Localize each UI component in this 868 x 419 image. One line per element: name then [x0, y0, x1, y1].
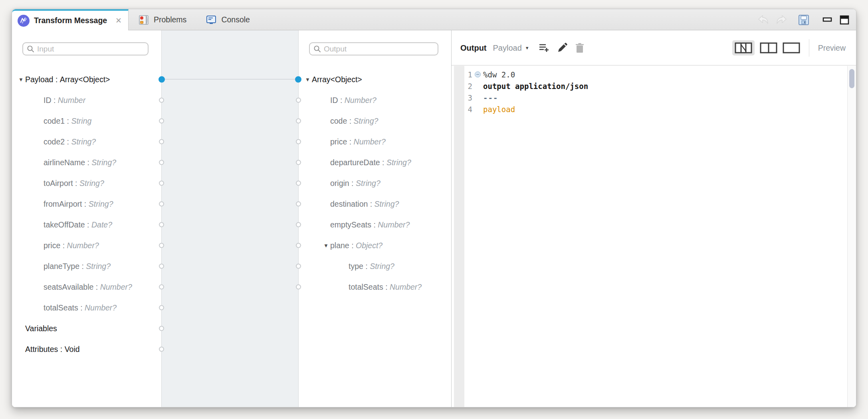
field-name: code1	[44, 117, 65, 126]
tree-row-departureDate[interactable]: departureDate : String?	[299, 152, 451, 173]
type-separator: :	[85, 158, 91, 167]
view-toolbar	[757, 9, 850, 30]
tree-row-toAirport[interactable]: toAirport : String?	[12, 173, 161, 194]
field-name: origin	[330, 179, 349, 188]
field-type: Number?	[378, 220, 410, 229]
mapping-port[interactable]	[159, 222, 164, 227]
type-separator: :	[79, 262, 86, 271]
code-line[interactable]: 1%dw 2.0	[452, 69, 846, 80]
tree-row-price[interactable]: price : Number?	[299, 131, 451, 152]
code-text: output application/json	[483, 82, 588, 91]
tree-row-Array<Object>[interactable]: ▼Array<Object>	[299, 69, 451, 90]
tab-transform-message[interactable]: Transform Message ✕	[12, 9, 129, 30]
mapping-port[interactable]	[295, 76, 301, 83]
mapping-port[interactable]	[159, 305, 164, 310]
tree-row-seatsAvailable[interactable]: seatsAvailable : Number?	[12, 277, 161, 297]
type-separator: :	[363, 262, 370, 271]
mapping-port[interactable]	[296, 139, 301, 144]
type-separator: :	[60, 241, 67, 250]
close-icon[interactable]: ✕	[115, 16, 123, 25]
code-line[interactable]: 4payload	[452, 103, 846, 115]
input-search-input[interactable]	[37, 45, 144, 53]
tab-problems[interactable]: Problems	[129, 9, 196, 30]
mapping-port[interactable]	[296, 264, 301, 269]
tree-row-takeOffDate[interactable]: takeOffDate : Date?	[12, 214, 161, 235]
mapping-port[interactable]	[296, 243, 301, 248]
tree-row-plane[interactable]: ▼plane : Object?	[299, 235, 451, 256]
dataweave-script-editor[interactable]: 1%dw 2.02output application/json3---4pay…	[452, 66, 856, 407]
undo-icon[interactable]	[757, 14, 769, 25]
mapping-port[interactable]	[159, 264, 164, 269]
tree-row-planeType[interactable]: planeType : String?	[12, 256, 161, 277]
collapse-triangle-icon[interactable]: ▼	[305, 77, 312, 83]
mapping-port[interactable]	[159, 181, 164, 186]
minimize-icon[interactable]	[822, 15, 832, 25]
tree-row-Payload[interactable]: ▼Payload : Array<Object>	[12, 69, 161, 90]
mapping-port[interactable]	[159, 326, 164, 331]
collapse-triangle-icon[interactable]: ▼	[323, 243, 330, 249]
collapse-triangle-icon[interactable]: ▼	[18, 77, 25, 83]
mapping-canvas[interactable]	[162, 30, 299, 407]
field-type: Array<Object>	[60, 75, 110, 84]
output-search-input[interactable]	[324, 45, 434, 53]
mapping-port[interactable]	[159, 243, 164, 248]
mapping-port[interactable]	[296, 181, 301, 186]
tree-row-origin[interactable]: origin : String?	[299, 173, 451, 194]
tree-row-ID[interactable]: ID : Number	[12, 90, 161, 111]
mapping-port[interactable]	[296, 202, 301, 207]
mapping-port[interactable]	[159, 347, 164, 352]
code-text: %dw 2.0	[483, 70, 515, 79]
edit-script-icon[interactable]	[557, 43, 567, 53]
tree-row-fromAirport[interactable]: fromAirport : String?	[12, 194, 161, 214]
tree-row-totalSeats[interactable]: totalSeats : Number?	[12, 297, 161, 318]
preview-toggle[interactable]: Preview	[818, 43, 846, 53]
mapping-port[interactable]	[159, 202, 164, 207]
tab-console[interactable]: Console	[196, 9, 260, 30]
type-separator: :	[53, 75, 59, 84]
mapping-port[interactable]	[159, 98, 164, 103]
redo-icon[interactable]	[776, 14, 788, 25]
tree-row-emptySeats[interactable]: emptySeats : Number?	[299, 214, 451, 235]
tree-row-code[interactable]: code : String?	[299, 111, 451, 131]
tree-row-price[interactable]: price : Number?	[12, 235, 161, 256]
scrollbar-thumb[interactable]	[849, 69, 854, 88]
mapping-port[interactable]	[296, 285, 301, 290]
maximize-icon[interactable]	[839, 15, 850, 25]
split-view-button[interactable]	[760, 42, 777, 53]
mapping-port[interactable]	[159, 160, 164, 165]
mapping-port[interactable]	[159, 285, 164, 290]
tree-row-destination[interactable]: destination : String?	[299, 194, 451, 214]
tree-row-airlineName[interactable]: airlineName : String?	[12, 152, 161, 173]
mapping-port[interactable]	[159, 119, 164, 124]
tree-row-code2[interactable]: code2 : String?	[12, 131, 161, 152]
tree-row-code1[interactable]: code1 : String	[12, 111, 161, 131]
type-separator: :	[65, 117, 71, 126]
mapping-port[interactable]	[296, 160, 301, 165]
mapping-port[interactable]	[296, 119, 301, 124]
mapping-port[interactable]	[296, 98, 301, 103]
save-icon[interactable]	[798, 14, 810, 26]
tree-row-Attributes[interactable]: Attributes : Void	[12, 339, 161, 360]
dataweave-code-panel: Output Payload ▼	[452, 30, 856, 407]
code-line[interactable]: 2output application/json	[452, 80, 846, 92]
field-type: String?	[375, 200, 399, 209]
tree-row-Variables[interactable]: Variables	[12, 318, 161, 339]
tab-label: Console	[221, 15, 250, 24]
mapping-port[interactable]	[159, 76, 165, 83]
mapping-port[interactable]	[296, 222, 301, 227]
input-panel: ▼Payload : Array<Object>ID : Numbercode1…	[12, 30, 162, 407]
tree-row-ID[interactable]: ID : Number?	[299, 90, 451, 111]
output-target-dropdown[interactable]: Payload ▼	[493, 43, 529, 53]
mapping-code-view-button[interactable]	[735, 42, 752, 53]
tree-row-totalSeats[interactable]: totalSeats : Number?	[299, 277, 451, 297]
field-name: price	[44, 241, 60, 250]
delete-script-icon[interactable]	[575, 43, 585, 53]
single-view-button[interactable]	[783, 42, 800, 53]
code-line[interactable]: 3---	[452, 92, 846, 103]
field-type: Number?	[67, 241, 99, 250]
add-output-icon[interactable]	[538, 43, 549, 53]
mapping-port[interactable]	[159, 139, 164, 144]
tree-row-type[interactable]: type : String?	[299, 256, 451, 277]
editor-scrollbar[interactable]	[847, 66, 856, 407]
fold-collapse-icon[interactable]	[475, 71, 481, 77]
